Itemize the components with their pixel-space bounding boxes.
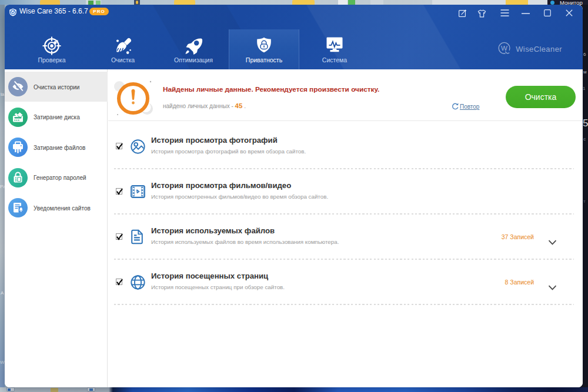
svg-text:W: W	[501, 45, 507, 52]
